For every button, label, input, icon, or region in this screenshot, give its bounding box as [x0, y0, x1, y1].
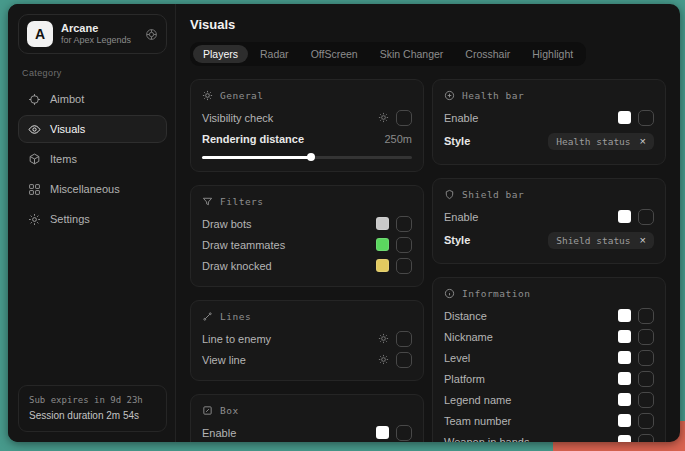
row-level: Level — [444, 347, 654, 368]
rendering-distance-slider[interactable] — [202, 153, 412, 161]
color-swatch[interactable] — [376, 426, 389, 439]
slider-handle[interactable] — [307, 153, 315, 161]
brand-card: A Arcane for Apex Legends — [18, 14, 167, 54]
health-enable-checkbox[interactable] — [638, 110, 654, 126]
color-swatch[interactable] — [618, 330, 631, 343]
funnel-icon — [202, 196, 213, 207]
clear-icon[interactable]: × — [640, 136, 646, 147]
shield-style-select[interactable]: Shield status × — [548, 232, 654, 249]
sidebar-item-label: Miscellaneous — [50, 183, 120, 195]
tab-highlight[interactable]: Highlight — [522, 45, 583, 63]
draw-knocked-checkbox[interactable] — [396, 258, 412, 274]
tab-players[interactable]: Players — [193, 45, 248, 63]
color-swatch[interactable] — [376, 217, 389, 230]
row-draw-bots: Draw bots — [202, 213, 412, 234]
tab-crosshair[interactable]: Crosshair — [455, 45, 520, 63]
page-title: Visuals — [190, 17, 666, 32]
row-platform: Platform — [444, 368, 654, 389]
row-box-enable: Enable — [202, 422, 412, 442]
row-draw-teammates: Draw teammates — [202, 234, 412, 255]
right-column: Health bar Enable Style Health status — [432, 79, 666, 442]
legend-name-checkbox[interactable] — [638, 392, 654, 408]
sub-expiry-text: Sub expires in 9d 23h — [29, 394, 156, 408]
row-nickname: Nickname — [444, 326, 654, 347]
weapon-in-hands-checkbox[interactable] — [638, 434, 654, 443]
brand-subtitle: for Apex Legends — [61, 35, 137, 46]
app-window: A Arcane for Apex Legends Category Aimbo… — [8, 4, 680, 442]
settings-gear-icon[interactable] — [378, 112, 389, 123]
clear-icon[interactable]: × — [640, 235, 646, 246]
row-view-line: View line — [202, 349, 412, 370]
sidebar-item-settings[interactable]: Settings — [18, 205, 167, 233]
row-line-to-enemy: Line to enemy — [202, 328, 412, 349]
row-shield-enable: Enable — [444, 206, 654, 227]
color-swatch[interactable] — [618, 309, 631, 322]
tab-radar[interactable]: Radar — [250, 45, 299, 63]
brand-title: Arcane — [61, 22, 137, 36]
team-number-checkbox[interactable] — [638, 413, 654, 429]
color-swatch[interactable] — [618, 414, 631, 427]
box-icon — [202, 405, 213, 416]
sidebar-item-items[interactable]: Items — [18, 145, 167, 173]
tab-skin-changer[interactable]: Skin Changer — [370, 45, 454, 63]
visibility-check-checkbox[interactable] — [396, 110, 412, 126]
category-label: Category — [22, 68, 163, 78]
color-swatch[interactable] — [618, 393, 631, 406]
settings-gear-icon[interactable] — [378, 333, 389, 344]
sidebar-item-label: Visuals — [50, 123, 85, 135]
row-weapon-in-hands: Weapon in hands — [444, 431, 654, 442]
color-swatch[interactable] — [376, 238, 389, 251]
diagonal-line-icon — [202, 311, 213, 322]
line-to-enemy-checkbox[interactable] — [396, 331, 412, 347]
row-visibility-check: Visibility check — [202, 107, 412, 128]
lifebuoy-icon[interactable] — [145, 28, 158, 41]
subscription-info: Sub expires in 9d 23h Session duration 2… — [18, 385, 167, 432]
box-enable-checkbox[interactable] — [396, 425, 412, 441]
color-swatch[interactable] — [618, 351, 631, 364]
section-general: General Visibility check — [190, 79, 424, 172]
sidebar-item-label: Items — [50, 153, 77, 165]
color-swatch[interactable] — [618, 435, 631, 442]
brand-logo: A — [27, 21, 53, 47]
color-swatch[interactable] — [618, 210, 631, 223]
shield-enable-checkbox[interactable] — [638, 209, 654, 225]
section-filters: Filters Draw bots Draw teammates — [190, 185, 424, 287]
section-box: Box Enable Enable background — [190, 394, 424, 442]
view-line-checkbox[interactable] — [396, 352, 412, 368]
sidebar-item-visuals[interactable]: Visuals — [18, 115, 167, 143]
platform-checkbox[interactable] — [638, 371, 654, 387]
grid-icon — [28, 183, 41, 196]
color-swatch[interactable] — [376, 259, 389, 272]
sidebar-item-miscellaneous[interactable]: Miscellaneous — [18, 175, 167, 203]
section-title: Information — [462, 288, 530, 299]
draw-teammates-checkbox[interactable] — [396, 237, 412, 253]
level-checkbox[interactable] — [638, 350, 654, 366]
color-swatch[interactable] — [618, 111, 631, 124]
section-health-bar: Health bar Enable Style Health status — [432, 79, 666, 165]
brand-text: Arcane for Apex Legends — [61, 22, 137, 47]
main-panel: Visuals Players Radar OffScreen Skin Cha… — [176, 4, 680, 442]
section-title: Shield bar — [462, 189, 524, 200]
sidebar-item-label: Aimbot — [50, 93, 84, 105]
color-swatch[interactable] — [618, 372, 631, 385]
section-title: General — [220, 90, 264, 101]
row-health-style: Style Health status × — [444, 128, 654, 154]
row-draw-knocked: Draw knocked — [202, 255, 412, 276]
distance-checkbox[interactable] — [638, 308, 654, 324]
left-column: General Visibility check — [190, 79, 424, 442]
section-title: Box — [220, 405, 239, 416]
draw-bots-checkbox[interactable] — [396, 216, 412, 232]
sidebar-item-label: Settings — [50, 213, 90, 225]
section-information: Information Distance Nickname — [432, 277, 666, 442]
settings-gear-icon[interactable] — [378, 354, 389, 365]
section-title: Health bar — [462, 90, 524, 101]
health-circle-plus-icon — [444, 90, 455, 101]
cube-icon — [28, 153, 41, 166]
sidebar-item-aimbot[interactable]: Aimbot — [18, 85, 167, 113]
health-style-select[interactable]: Health status × — [548, 133, 654, 150]
tab-offscreen[interactable]: OffScreen — [301, 45, 368, 63]
row-health-enable: Enable — [444, 107, 654, 128]
nickname-checkbox[interactable] — [638, 329, 654, 345]
tab-bar: Players Radar OffScreen Skin Changer Cro… — [190, 42, 586, 66]
session-duration-text: Session duration 2m 54s — [29, 408, 156, 424]
